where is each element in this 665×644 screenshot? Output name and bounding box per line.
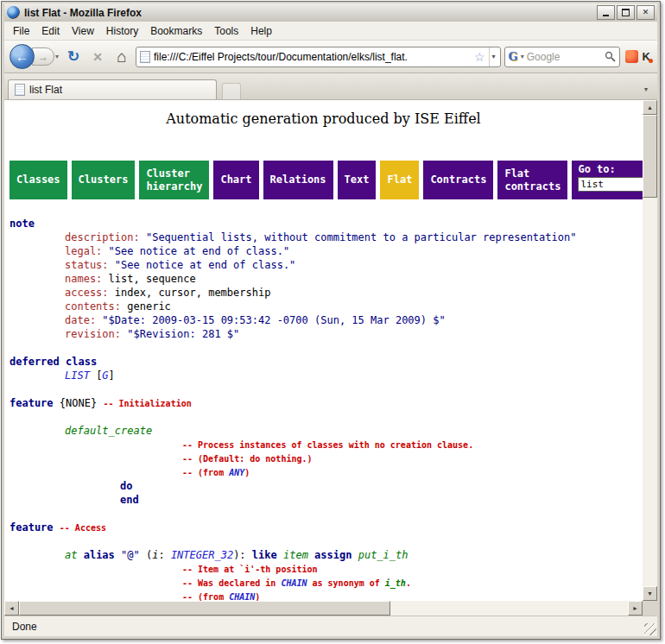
class-link[interactable]: CHAIN xyxy=(281,578,307,588)
search-box[interactable]: G ▾ Google xyxy=(504,47,620,67)
browser-viewport: Automatic generation produced by ISE Eif… xyxy=(4,100,657,616)
url-text[interactable]: file:///C:/Eiffel Projects/tour/Document… xyxy=(154,51,471,63)
class-link[interactable]: INTEGER_32 xyxy=(171,549,233,561)
class-link[interactable]: CHAIN xyxy=(229,592,255,601)
maximize-icon xyxy=(622,9,630,16)
scroll-up-button[interactable]: ▲ xyxy=(643,100,657,115)
feature-link[interactable]: put_i_th xyxy=(358,549,408,561)
code-line: default_create xyxy=(10,424,643,438)
tab-favicon-icon xyxy=(15,84,25,96)
menu-file[interactable]: File xyxy=(7,23,35,39)
code-text: {NONE} xyxy=(54,397,104,409)
code-line: date: "$Date: 2009-03-15 09:53:42 -0700 … xyxy=(10,313,643,327)
search-engine-dropdown[interactable]: ▾ xyxy=(521,53,524,60)
code-text: "$Date: 2009-03-15 09:53:42 -0700 (Sun, … xyxy=(102,314,445,326)
code-line: -- (Default: do nothing.) xyxy=(10,451,643,465)
code-line: -- Process instances of classes with no … xyxy=(10,438,643,451)
nav-button-chart[interactable]: Chart xyxy=(213,161,258,199)
feature-link[interactable]: default_create xyxy=(65,425,152,437)
code-text: note xyxy=(10,218,35,230)
code-line: access: index, cursor, membership xyxy=(10,286,643,300)
code-text: like xyxy=(252,549,277,561)
class-link[interactable]: G xyxy=(102,369,108,382)
menu-edit[interactable]: Edit xyxy=(35,23,66,39)
search-icon[interactable] xyxy=(605,51,616,62)
scroll-down-button[interactable]: ▼ xyxy=(643,586,657,601)
forward-icon: → xyxy=(38,51,48,63)
code-line: revision: "$Revision: 281 $" xyxy=(10,327,643,341)
stop-button[interactable]: ✕ xyxy=(87,47,108,67)
nav-button-relations[interactable]: Relations xyxy=(263,161,333,199)
code-text: "See notice at end of class." xyxy=(115,259,296,271)
horizontal-scrollbar-thumb[interactable] xyxy=(19,601,390,616)
scroll-left-button[interactable]: ◄ xyxy=(4,601,19,616)
maximize-button[interactable] xyxy=(617,5,635,20)
menu-view[interactable]: View xyxy=(66,23,100,39)
code-text: -- Initialization xyxy=(103,399,191,408)
nav-button-flat-contracts[interactable]: Flat contracts xyxy=(497,161,567,199)
code-line: end xyxy=(10,493,643,507)
menu-help[interactable]: Help xyxy=(244,23,278,39)
class-link[interactable]: ANY xyxy=(229,468,244,477)
code-line: legal: "See notice at end of class." xyxy=(10,244,643,258)
feature-link[interactable]: item xyxy=(283,549,308,561)
url-dropdown-button[interactable]: ▾ xyxy=(489,47,498,66)
nav-button-text[interactable]: Text xyxy=(338,161,377,199)
minimize-button[interactable] xyxy=(597,5,615,20)
firefox-window: list Flat - Mozilla Firefox ✕ FileEditVi… xyxy=(1,1,661,640)
class-link[interactable]: LIST xyxy=(65,369,90,382)
address-bar[interactable]: file:///C:/Eiffel Projects/tour/Document… xyxy=(136,47,501,67)
nav-button-flat[interactable]: Flat xyxy=(380,161,419,199)
code-text: ) xyxy=(244,468,250,477)
goto-input[interactable] xyxy=(578,177,643,192)
arrow-up-icon: ▲ xyxy=(647,104,653,110)
menu-bookmarks[interactable]: Bookmarks xyxy=(144,23,208,39)
code-text: -- (Default: do nothing.) xyxy=(182,454,313,464)
vertical-scrollbar[interactable]: ▲ ▼ xyxy=(643,100,657,601)
scroll-right-button[interactable]: ► xyxy=(628,601,643,616)
code-line: at alias "@" (i: INTEGER_32): like item … xyxy=(10,548,643,562)
tab-strip: list Flat ▾ xyxy=(4,73,657,100)
code-text: revision: xyxy=(65,328,121,340)
reload-button[interactable]: ↻ xyxy=(63,47,84,67)
menu-tools[interactable]: Tools xyxy=(208,23,244,39)
code-text: -- Access xyxy=(60,523,106,533)
home-button[interactable]: ⌂ xyxy=(111,47,132,67)
code-text xyxy=(277,549,283,561)
code-line: -- Item at `i'-th position xyxy=(10,562,643,576)
bookmark-star-icon[interactable]: ☆ xyxy=(474,50,485,64)
code-text: description: xyxy=(65,231,140,243)
code-text: date: xyxy=(65,314,96,326)
close-button[interactable]: ✕ xyxy=(636,5,655,20)
code-text: -- Item at `i'-th position xyxy=(182,565,318,574)
resize-grip[interactable] xyxy=(644,623,656,635)
vertical-scrollbar-thumb[interactable] xyxy=(643,115,657,198)
nav-button-classes[interactable]: Classes xyxy=(10,161,67,199)
page-favicon-icon xyxy=(140,51,150,63)
nav-button-cluster-hierarchy[interactable]: Cluster hierarchy xyxy=(139,161,209,199)
menu-history[interactable]: History xyxy=(100,23,144,39)
titlebar[interactable]: list Flat - Mozilla Firefox ✕ xyxy=(4,3,657,22)
horizontal-scrollbar[interactable]: ◄ ► xyxy=(4,601,643,616)
tab-list-flat[interactable]: list Flat xyxy=(8,79,217,99)
forward-button[interactable]: → xyxy=(32,47,54,66)
code-text xyxy=(140,231,146,243)
feature-link[interactable]: at xyxy=(65,549,77,561)
feature-link[interactable]: i_th xyxy=(385,578,406,588)
stop-icon: ✕ xyxy=(92,50,103,64)
code-blank-line xyxy=(10,507,643,521)
code-blank-line xyxy=(10,534,643,548)
page-content: Automatic generation produced by ISE Eif… xyxy=(4,100,643,601)
back-button[interactable]: ← xyxy=(10,44,35,69)
list-all-tabs-button[interactable]: ▾ xyxy=(638,81,654,97)
nav-button-contracts[interactable]: Contracts xyxy=(423,161,493,199)
code-line: contents: generic xyxy=(10,300,643,313)
extension-icon-2[interactable]: K xyxy=(643,50,650,63)
extension-icon-1[interactable] xyxy=(625,50,638,63)
history-dropdown-button[interactable]: ▾ xyxy=(54,53,60,60)
code-blank-line xyxy=(10,410,643,424)
nav-button-clusters[interactable]: Clusters xyxy=(72,161,136,199)
code-text xyxy=(109,259,115,271)
code-text xyxy=(54,521,60,534)
search-input[interactable]: Google xyxy=(527,51,602,63)
